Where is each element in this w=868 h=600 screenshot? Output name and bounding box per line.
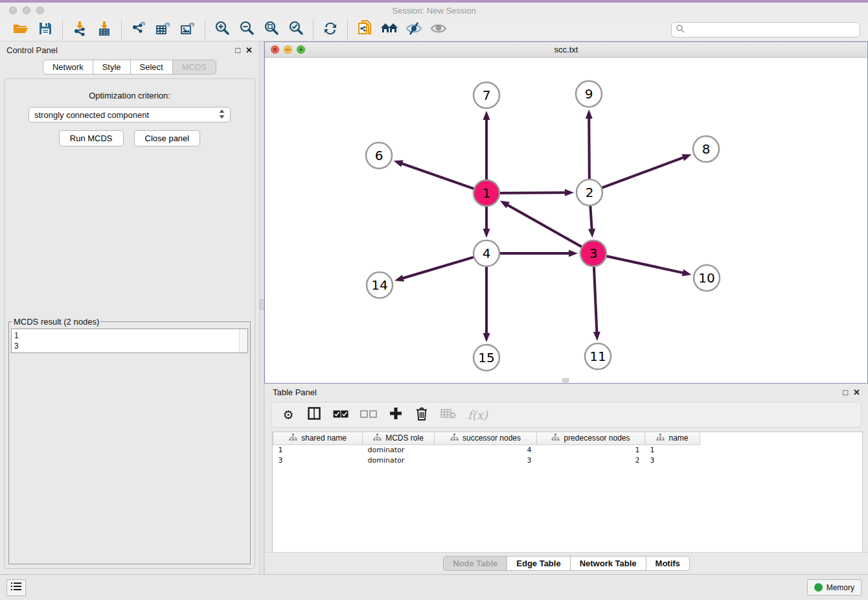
refresh-icon xyxy=(323,21,338,39)
column-header-label: MCDS role xyxy=(385,433,424,443)
graph-edge-3-10[interactable] xyxy=(605,256,684,273)
graph-node-label-14: 14 xyxy=(371,277,387,293)
graph-edge-arrowhead xyxy=(586,110,593,119)
table-tab-node-table[interactable]: Node Table xyxy=(443,556,507,571)
show-all-button[interactable] xyxy=(379,21,400,39)
table-cell[interactable]: dominator xyxy=(363,455,435,465)
table-cell[interactable]: 2 xyxy=(537,455,645,465)
column-header-label: name xyxy=(668,433,688,443)
graph-edge-2-3[interactable] xyxy=(590,204,592,230)
table-cell[interactable]: 1 xyxy=(273,444,363,455)
plus-icon xyxy=(389,407,402,422)
control-tab-mcds[interactable]: MCDS xyxy=(172,60,216,75)
export-network-button[interactable] xyxy=(128,21,149,39)
table-cell[interactable]: 3 xyxy=(273,455,363,465)
table-tab-motifs[interactable]: Motifs xyxy=(646,556,690,571)
network-graph[interactable]: 1234678910111415 xyxy=(265,58,867,383)
graph-edge-3-11[interactable] xyxy=(594,265,597,333)
graph-node-label-4: 4 xyxy=(483,246,491,261)
show-hidden-button[interactable] xyxy=(428,21,449,39)
splitter-grip[interactable] xyxy=(260,299,264,310)
graph-edge-3-1[interactable] xyxy=(507,205,583,248)
open-session-button[interactable] xyxy=(10,21,31,39)
graph-edge-4-14[interactable] xyxy=(402,257,475,279)
select-all-button[interactable] xyxy=(333,409,348,421)
table-row[interactable]: 3dominator323 xyxy=(273,455,700,465)
show-task-history-button[interactable] xyxy=(6,579,26,596)
zoom-selected-button[interactable] xyxy=(286,21,306,39)
network-maximize-button[interactable] xyxy=(297,45,305,54)
mcds-result-scrollbar[interactable] xyxy=(239,329,247,352)
canvas-splitter-handle[interactable] xyxy=(562,378,569,382)
network-window-titlebar[interactable]: scc.txt xyxy=(265,42,867,58)
zoom-in-button[interactable] xyxy=(212,21,233,39)
float-panel-icon[interactable]: □ xyxy=(235,46,240,54)
table-cell[interactable]: 1 xyxy=(537,444,645,455)
float-table-panel-icon[interactable]: □ xyxy=(843,388,848,397)
hide-selected-button[interactable] xyxy=(404,21,424,39)
close-table-panel-icon[interactable]: ✕ xyxy=(853,388,860,397)
network-minimize-button[interactable] xyxy=(284,45,292,54)
graph-edge-1-6[interactable] xyxy=(401,163,475,189)
criterion-select[interactable]: strongly connected component xyxy=(29,107,231,122)
table-settings-button[interactable]: ⚙ xyxy=(281,408,295,422)
memory-button[interactable]: Memory xyxy=(807,579,862,595)
search-field[interactable] xyxy=(671,22,860,38)
node-table-container[interactable]: shared nameMCDS rolesuccessor nodesprede… xyxy=(272,432,863,552)
double-home-icon xyxy=(380,21,398,38)
zoom-fit-button[interactable] xyxy=(261,21,282,39)
save-disk-icon xyxy=(39,22,52,38)
graph-edge-2-8[interactable] xyxy=(600,157,684,189)
import-network-button[interactable] xyxy=(69,21,90,39)
delete-table-button[interactable] xyxy=(440,408,456,421)
column-visibility-button[interactable] xyxy=(307,407,321,422)
graph-edge-2-9[interactable] xyxy=(589,117,589,181)
table-panel-title: Table Panel xyxy=(273,387,317,397)
deselect-all-button[interactable] xyxy=(360,409,377,421)
trash-icon xyxy=(416,407,428,423)
control-panel-tabbar: NetworkStyleSelectMCDS xyxy=(0,60,259,75)
column-header-predecessor-nodes[interactable]: predecessor nodes xyxy=(537,432,645,444)
apply-layout-button[interactable] xyxy=(320,21,341,39)
network-close-button[interactable] xyxy=(271,45,279,54)
columns-icon xyxy=(308,407,321,422)
import-table-button[interactable] xyxy=(94,21,115,39)
save-session-button[interactable] xyxy=(35,21,56,39)
graph-edge-1-2[interactable] xyxy=(498,192,566,193)
graph-edge-arrowhead xyxy=(681,154,691,161)
function-builder-button[interactable]: f(x) xyxy=(468,408,488,422)
network-canvas[interactable]: 1234678910111415 xyxy=(265,58,867,383)
table-cell[interactable]: dominator xyxy=(363,444,435,455)
close-panel-button[interactable]: Close panel xyxy=(134,130,201,146)
table-cell[interactable]: 3 xyxy=(645,455,700,465)
control-tab-style[interactable]: Style xyxy=(93,60,130,75)
table-row[interactable]: 1dominator411 xyxy=(273,444,700,455)
search-input[interactable] xyxy=(687,25,856,34)
column-header-successor-nodes[interactable]: successor nodes xyxy=(435,432,537,444)
table-cell[interactable]: 1 xyxy=(645,444,700,455)
column-header-MCDS-role[interactable]: MCDS role xyxy=(363,432,435,444)
table-cell[interactable]: 3 xyxy=(435,455,537,465)
column-header-name[interactable]: name xyxy=(645,432,700,444)
vertical-splitter[interactable] xyxy=(259,41,264,574)
create-column-button[interactable] xyxy=(389,407,403,422)
control-tab-network[interactable]: Network xyxy=(43,60,93,75)
control-tab-select[interactable]: Select xyxy=(130,60,172,75)
duplicate-network-button[interactable] xyxy=(354,21,375,39)
control-panel: Control Panel □ ✕ NetworkStyleSelectMCDS… xyxy=(0,41,259,574)
control-panel-title: Control Panel xyxy=(6,45,58,55)
export-image-button[interactable] xyxy=(177,21,198,39)
mcds-result-area[interactable]: 1 3 xyxy=(11,329,248,353)
table-tab-network-table[interactable]: Network Table xyxy=(570,556,646,571)
graph-node-label-11: 11 xyxy=(589,349,606,364)
table-cell[interactable]: 4 xyxy=(435,444,537,455)
export-network-icon xyxy=(131,21,146,39)
delete-column-button[interactable] xyxy=(415,407,429,423)
column-header-shared-name[interactable]: shared name xyxy=(273,432,363,444)
zoom-out-button[interactable] xyxy=(236,21,257,39)
table-tab-edge-table[interactable]: Edge Table xyxy=(507,556,569,571)
window-title: Session: New Session xyxy=(0,6,868,16)
export-table-button[interactable] xyxy=(153,21,174,39)
run-mcds-button[interactable]: Run MCDS xyxy=(59,130,124,146)
close-panel-icon[interactable]: ✕ xyxy=(246,46,253,54)
